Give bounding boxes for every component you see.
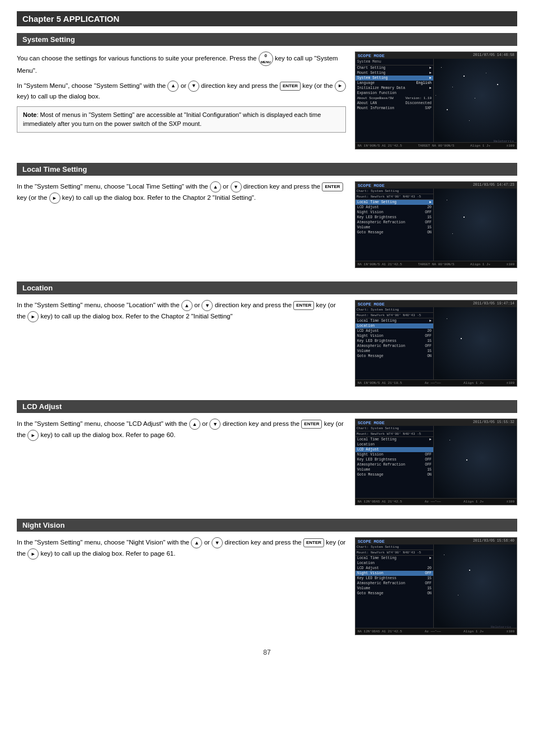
lt-text4: key) to call up the dialog box. Refer to… — [62, 194, 256, 201]
enter-key-lcd: ENTER — [301, 420, 322, 429]
right-arrow-key-loc: ► — [27, 311, 39, 322]
up-arrow-key: ▲ — [167, 81, 179, 92]
lcd-adjust-para1: In the "System Setting" menu, choose "LC… — [17, 419, 346, 441]
down-arrow-key-nv: ▼ — [212, 537, 223, 548]
ss-p2-or: or — [181, 82, 188, 89]
note-box: Note: Most of menus in "System Setting" … — [17, 106, 346, 133]
nv-or: or — [204, 539, 212, 546]
text-area-location: In the "System Setting" menu, choose "Lo… — [17, 300, 346, 327]
enter-key-lt: ENTER — [322, 182, 343, 191]
section-header-night-vision: Night Vision — [17, 519, 517, 532]
night-vision-para1: In the "System Setting" menu, choose "Ni… — [17, 537, 346, 560]
up-arrow-key-loc: ▲ — [181, 300, 193, 311]
nv-text4: key) to call up the dialog box. Refer to… — [40, 550, 175, 557]
page-number: 87 — [17, 649, 517, 656]
lt-or: or — [223, 183, 230, 190]
lt-text2: direction key and press the — [243, 183, 322, 190]
section-lcd-adjust: LCD Adjust In the "System Setting" menu,… — [17, 400, 517, 505]
text-area-night-vision: In the "System Setting" menu, choose "Ni… — [17, 537, 346, 564]
system-setting-para1: You can choose the settings for various … — [17, 51, 346, 76]
section-content-night-vision: In the "System Setting" menu, choose "Ni… — [17, 537, 517, 635]
right-arrow-key-nv: ► — [27, 548, 39, 560]
section-local-time: Local Time Setting In the "System Settin… — [17, 163, 517, 268]
nv-text2: direction key and press the — [224, 539, 303, 546]
section-header-location: Location — [17, 281, 517, 294]
section-header-lcd-adjust: LCD Adjust — [17, 400, 517, 413]
location-para1: In the "System Setting" menu, choose "Lo… — [17, 300, 346, 322]
ss-p2-text1: In "System Menu", choose "System Setting… — [17, 82, 166, 89]
local-time-para1: In the "System Setting" menu, choose "Lo… — [17, 181, 346, 204]
section-system-setting: System Setting You can choose the settin… — [17, 33, 517, 149]
enter-key: ENTER — [280, 82, 301, 91]
screenshot-local-time: SCOPE MODE 2011/03/05 14:47:23 Chart: Sy… — [355, 181, 517, 268]
text-area-lcd-adjust: In the "System Setting" menu, choose "LC… — [17, 419, 346, 445]
loc-text4: key) to call up the dialog box. Refer to… — [40, 313, 232, 320]
lt-text1: In the "System Setting" menu, choose "Lo… — [17, 183, 210, 190]
screenshot-lcd-adjust: SCOPE MODE 2011/03/05 15:55:32 Chart: Sy… — [355, 419, 517, 505]
down-arrow-key-loc: ▼ — [202, 300, 213, 311]
section-location: Location In the "System Setting" menu, c… — [17, 281, 517, 387]
lcd-text4: key) to call up the dialog box. Refer to… — [40, 431, 175, 438]
section-header-local-time: Local Time Setting — [17, 163, 517, 176]
up-arrow-key-lt: ▲ — [210, 181, 221, 192]
loc-text2: direction key and press the — [215, 302, 294, 308]
up-arrow-key-nv: ▲ — [191, 537, 202, 548]
down-arrow-key-lcd: ▼ — [209, 419, 221, 430]
section-night-vision: Night Vision In the "System Setting" men… — [17, 519, 517, 635]
lcd-text1: In the "System Setting" menu, choose "LC… — [17, 420, 189, 427]
loc-or: or — [194, 302, 200, 308]
ss-p2-text5: key (or the — [302, 82, 332, 89]
right-arrow-key-lt: ► — [49, 192, 60, 204]
lcd-or: or — [202, 420, 209, 427]
section-content-lcd-adjust: In the "System Setting" menu, choose "LC… — [17, 419, 517, 505]
enter-key-nv: ENTER — [303, 538, 324, 547]
note-text: Note: Most of menus in "System Setting" … — [23, 111, 321, 128]
down-arrow-key-lt: ▼ — [231, 181, 242, 192]
section-content-local-time: In the "System Setting" menu, choose "Lo… — [17, 181, 517, 268]
loc-text1: In the "System Setting" menu, choose "Lo… — [17, 302, 181, 308]
enter-key-loc: ENTER — [293, 301, 314, 310]
section-content-location: In the "System Setting" menu, choose "Lo… — [17, 300, 517, 387]
ss-p2-text4: direction key and press the — [201, 82, 278, 89]
section-content-system-setting: You can choose the settings for various … — [17, 51, 517, 149]
menu-key-icon: 0MENU — [259, 51, 273, 66]
down-arrow-key: ▼ — [188, 81, 199, 92]
section-header-system-setting: System Setting — [17, 33, 517, 46]
system-setting-para2: In "System Menu", choose "System Setting… — [17, 81, 346, 102]
right-arrow-key-lcd: ► — [27, 430, 39, 441]
text-area-system-setting: You can choose the settings for various … — [17, 51, 346, 133]
text-area-local-time: In the "System Setting" menu, choose "Lo… — [17, 181, 346, 208]
ss-text1: You can choose the settings for various … — [17, 55, 257, 62]
screenshot-location: SCOPE MODE 2011/03/05 19:47:14 Chart: Sy… — [355, 300, 517, 387]
up-arrow-key-lcd: ▲ — [189, 419, 200, 430]
chapter-title: Chapter 5 APPLICATION — [17, 11, 517, 26]
nv-text1: In the "System Setting" menu, choose "Ni… — [17, 539, 191, 546]
screenshot-night-vision: SCOPE MODE 2011/03/05 15:56:40 Helotorri… — [355, 537, 517, 635]
lcd-text2: direction key and press the — [223, 420, 302, 427]
ss-p2-text6: key) to call up the dialog box. — [17, 93, 100, 100]
right-arrow-key: ► — [335, 81, 346, 92]
screenshot-system-menu: SCOPE MODE 2011/07/05 14:46:58 — [355, 51, 517, 149]
lt-text3: key (or the — [17, 194, 49, 201]
